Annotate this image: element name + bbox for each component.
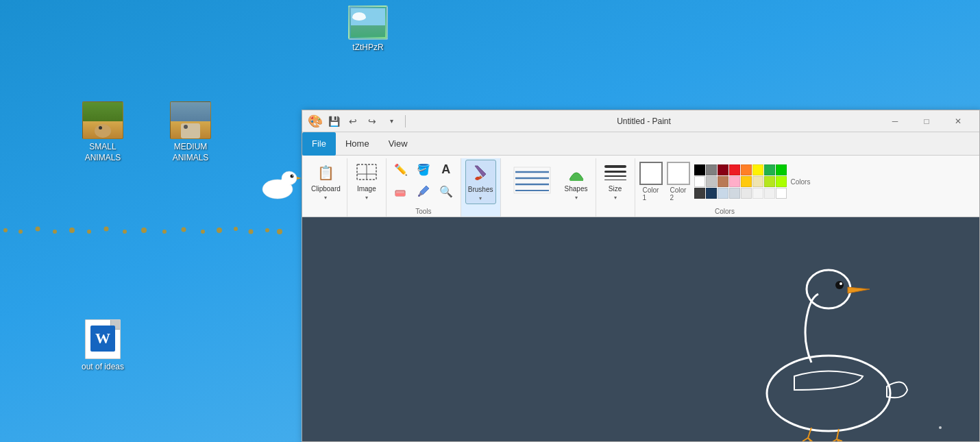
ribbon-group-shapes: Shapes ▾ bbox=[501, 158, 596, 217]
eyedropper-btn[interactable] bbox=[413, 182, 434, 201]
color1-box[interactable] bbox=[639, 162, 663, 185]
svg-point-9 bbox=[53, 230, 57, 234]
paint-window: 🎨 💾 ↩ ↪ ▾ Untitled - Paint ─ □ ✕ File Ho… bbox=[302, 110, 980, 442]
size-label: Size bbox=[609, 185, 622, 193]
text-btn[interactable]: A bbox=[436, 160, 456, 179]
swatch-gold[interactable] bbox=[741, 176, 752, 187]
color2-selector[interactable]: Color2 bbox=[667, 162, 690, 201]
fill-color-icon bbox=[565, 162, 587, 184]
menu-file[interactable]: File bbox=[302, 132, 336, 156]
swatch-navy[interactable] bbox=[706, 188, 717, 199]
shapes-dropdown-arrow[interactable]: ▾ bbox=[575, 195, 578, 201]
menu-home[interactable]: Home bbox=[336, 132, 379, 156]
swatch-light-blue-gray[interactable] bbox=[718, 188, 728, 199]
swatch-pink[interactable] bbox=[729, 176, 740, 187]
svg-point-20 bbox=[249, 230, 254, 234]
svg-point-15 bbox=[162, 230, 167, 234]
swatch-red[interactable] bbox=[729, 164, 740, 175]
paint-app-icon: 🎨 bbox=[308, 114, 323, 129]
swatch-green[interactable] bbox=[764, 164, 775, 175]
svg-point-36 bbox=[835, 281, 844, 289]
minimize-button[interactable]: ─ bbox=[879, 110, 911, 132]
medium-animals-label-line1: MEDIUM bbox=[174, 142, 208, 153]
redo-button[interactable]: ↪ bbox=[364, 113, 380, 130]
swatch-tan[interactable] bbox=[752, 176, 763, 187]
clipboard-dropdown-arrow[interactable]: ▾ bbox=[324, 195, 327, 201]
swatch-white[interactable] bbox=[694, 176, 705, 187]
size-btn[interactable]: Size ▾ bbox=[600, 160, 630, 203]
swatch-brown[interactable] bbox=[718, 176, 728, 187]
ribbon-group-clipboard: 📋 Clipboard ▾ bbox=[305, 158, 347, 217]
swatch-light-1[interactable] bbox=[729, 188, 740, 199]
clipboard-btn[interactable]: 📋 Clipboard ▾ bbox=[309, 160, 343, 203]
svg-point-6 bbox=[3, 228, 8, 232]
small-animals-label-line1: SMALL bbox=[89, 142, 116, 153]
ribbon-group-image: Image ▾ bbox=[347, 158, 387, 217]
svg-point-37 bbox=[840, 282, 842, 285]
desktop-icon-small-animals[interactable]: SMALL ANIMALS bbox=[75, 101, 130, 163]
swatch-orange[interactable] bbox=[741, 164, 752, 175]
desktop-icon-file-top[interactable]: tZtHPzR bbox=[341, 5, 395, 53]
color2-box[interactable] bbox=[667, 162, 690, 185]
swatch-black[interactable] bbox=[694, 164, 705, 175]
fill-shape-btn[interactable]: Shapes ▾ bbox=[561, 160, 591, 203]
swatch-off-white-2[interactable] bbox=[776, 188, 787, 199]
shapes-gallery-btn[interactable] bbox=[505, 160, 560, 203]
menu-view[interactable]: View bbox=[379, 132, 417, 156]
colors-label-bottom: Colors bbox=[639, 206, 811, 217]
svg-point-34 bbox=[767, 356, 890, 431]
color-row-3 bbox=[694, 188, 787, 199]
brushes-label: Brushes bbox=[468, 186, 493, 194]
swatch-near-white[interactable] bbox=[752, 188, 763, 199]
color1-selector[interactable]: Color1 bbox=[639, 162, 663, 201]
eraser-icon bbox=[393, 183, 409, 199]
canvas-inner[interactable] bbox=[302, 217, 979, 441]
size-dropdown-arrow[interactable]: ▾ bbox=[614, 195, 617, 201]
swatch-lime[interactable] bbox=[764, 176, 775, 187]
customize-quick-access-button[interactable]: ▾ bbox=[383, 113, 400, 130]
close-button[interactable]: ✕ bbox=[942, 110, 974, 132]
ribbon-group-tools: ✏️ 🪣 A bbox=[387, 158, 461, 217]
desktop: tZtHPzR SMALL ANIMALS ME bbox=[0, 0, 302, 442]
svg-point-12 bbox=[104, 227, 109, 232]
swatch-gray[interactable] bbox=[706, 164, 717, 175]
fill-btn[interactable]: 🪣 bbox=[413, 160, 434, 179]
save-button[interactable]: 💾 bbox=[326, 113, 342, 130]
file-top-label: tZtHPzR bbox=[352, 42, 383, 53]
quick-access-toolbar: 💾 ↩ ↪ ▾ bbox=[326, 113, 400, 130]
swatch-light-2[interactable] bbox=[741, 188, 752, 199]
swatch-off-white-1[interactable] bbox=[764, 188, 775, 199]
swatch-bright-lime[interactable] bbox=[776, 176, 787, 187]
swatch-dark-navy[interactable] bbox=[694, 188, 705, 199]
brushes-dropdown-arrow[interactable]: ▾ bbox=[479, 195, 482, 201]
swatch-bright-green[interactable] bbox=[776, 164, 787, 175]
swatch-yellow[interactable] bbox=[752, 164, 763, 175]
clipboard-label: Clipboard bbox=[311, 185, 341, 193]
image-btn[interactable]: Image ▾ bbox=[352, 160, 382, 203]
maximize-button[interactable]: □ bbox=[911, 110, 942, 132]
magnifier-icon: 🔍 bbox=[438, 183, 454, 199]
swatch-light-gray[interactable] bbox=[706, 176, 717, 187]
svg-point-4 bbox=[292, 175, 293, 177]
swatch-dark-red[interactable] bbox=[718, 164, 728, 175]
ribbon-group-colors: Color1 Color2 bbox=[635, 158, 815, 217]
brushes-btn[interactable]: Brushes ▾ bbox=[465, 160, 496, 204]
svg-point-28 bbox=[418, 195, 420, 197]
size-icon bbox=[604, 162, 626, 184]
title-separator bbox=[405, 115, 406, 127]
svg-rect-27 bbox=[395, 193, 405, 196]
canvas-dot bbox=[939, 426, 942, 429]
magnifier-btn[interactable]: 🔍 bbox=[436, 182, 456, 201]
image-dropdown-arrow[interactable]: ▾ bbox=[365, 195, 368, 201]
pencil-btn[interactable]: ✏️ bbox=[391, 160, 411, 179]
eyedropper-icon bbox=[415, 183, 432, 199]
undo-button[interactable]: ↩ bbox=[345, 113, 361, 130]
eraser-btn[interactable] bbox=[391, 182, 411, 201]
ribbon: 📋 Clipboard ▾ Image bbox=[302, 156, 979, 217]
desktop-icon-word-doc[interactable]: W out of ideas bbox=[75, 319, 130, 373]
canvas-area[interactable] bbox=[302, 217, 979, 441]
svg-point-16 bbox=[182, 228, 186, 232]
desktop-icon-medium-animals[interactable]: MEDIUM ANIMALS bbox=[163, 101, 218, 163]
title-bar: 🎨 💾 ↩ ↪ ▾ Untitled - Paint ─ □ ✕ bbox=[302, 110, 979, 132]
dot-trail bbox=[0, 218, 295, 235]
